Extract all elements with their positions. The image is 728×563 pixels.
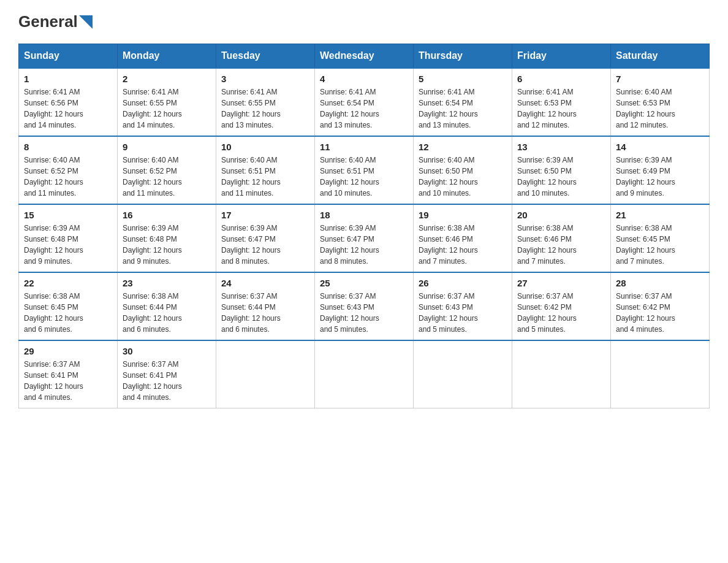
calendar-cell: 13 Sunrise: 6:39 AM Sunset: 6:50 PM Dayl… bbox=[512, 136, 611, 204]
day-info: Sunrise: 6:40 AM Sunset: 6:51 PM Dayligh… bbox=[320, 155, 408, 199]
logo: General bbox=[18, 12, 93, 31]
calendar-cell: 18 Sunrise: 6:39 AM Sunset: 6:47 PM Dayl… bbox=[315, 204, 414, 272]
day-number: 21 bbox=[616, 210, 704, 220]
day-number: 25 bbox=[320, 278, 408, 288]
column-header-sunday: Sunday bbox=[19, 44, 118, 69]
calendar-cell: 15 Sunrise: 6:39 AM Sunset: 6:48 PM Dayl… bbox=[19, 204, 118, 272]
calendar-week-row: 8 Sunrise: 6:40 AM Sunset: 6:52 PM Dayli… bbox=[19, 136, 710, 204]
page-header: General bbox=[18, 12, 710, 31]
day-number: 3 bbox=[221, 74, 309, 84]
day-info: Sunrise: 6:41 AM Sunset: 6:54 PM Dayligh… bbox=[419, 86, 507, 131]
day-number: 28 bbox=[616, 278, 704, 288]
calendar-week-row: 29 Sunrise: 6:37 AM Sunset: 6:41 PM Dayl… bbox=[19, 340, 710, 408]
day-number: 19 bbox=[419, 210, 507, 220]
day-number: 17 bbox=[221, 210, 309, 220]
calendar-table: SundayMondayTuesdayWednesdayThursdayFrid… bbox=[18, 44, 710, 408]
day-number: 26 bbox=[419, 278, 507, 288]
svg-marker-0 bbox=[79, 15, 93, 29]
day-number: 16 bbox=[123, 210, 211, 220]
column-header-friday: Friday bbox=[512, 44, 611, 69]
calendar-cell bbox=[414, 340, 512, 408]
calendar-cell: 7 Sunrise: 6:40 AM Sunset: 6:53 PM Dayli… bbox=[611, 68, 710, 136]
day-info: Sunrise: 6:40 AM Sunset: 6:51 PM Dayligh… bbox=[221, 155, 309, 199]
day-info: Sunrise: 6:37 AM Sunset: 6:42 PM Dayligh… bbox=[517, 291, 605, 335]
calendar-cell: 20 Sunrise: 6:38 AM Sunset: 6:46 PM Dayl… bbox=[512, 204, 611, 272]
day-info: Sunrise: 6:37 AM Sunset: 6:44 PM Dayligh… bbox=[221, 291, 309, 335]
day-info: Sunrise: 6:40 AM Sunset: 6:52 PM Dayligh… bbox=[24, 155, 112, 199]
day-info: Sunrise: 6:41 AM Sunset: 6:54 PM Dayligh… bbox=[320, 86, 408, 131]
day-number: 27 bbox=[517, 278, 605, 288]
day-info: Sunrise: 6:39 AM Sunset: 6:47 PM Dayligh… bbox=[221, 223, 309, 267]
day-number: 13 bbox=[517, 142, 605, 152]
calendar-cell: 22 Sunrise: 6:38 AM Sunset: 6:45 PM Dayl… bbox=[19, 272, 118, 340]
day-number: 7 bbox=[616, 74, 704, 84]
calendar-cell: 10 Sunrise: 6:40 AM Sunset: 6:51 PM Dayl… bbox=[216, 136, 315, 204]
calendar-cell bbox=[611, 340, 710, 408]
day-number: 11 bbox=[320, 142, 408, 152]
day-info: Sunrise: 6:41 AM Sunset: 6:53 PM Dayligh… bbox=[517, 86, 605, 131]
day-number: 1 bbox=[24, 74, 112, 84]
day-number: 20 bbox=[517, 210, 605, 220]
day-number: 6 bbox=[517, 74, 605, 84]
calendar-cell bbox=[315, 340, 414, 408]
calendar-cell: 17 Sunrise: 6:39 AM Sunset: 6:47 PM Dayl… bbox=[216, 204, 315, 272]
day-info: Sunrise: 6:40 AM Sunset: 6:52 PM Dayligh… bbox=[123, 155, 211, 199]
calendar-cell: 19 Sunrise: 6:38 AM Sunset: 6:46 PM Dayl… bbox=[414, 204, 512, 272]
day-info: Sunrise: 6:37 AM Sunset: 6:41 PM Dayligh… bbox=[123, 359, 211, 403]
day-number: 9 bbox=[123, 142, 211, 152]
logo-general-text: General bbox=[18, 12, 78, 31]
column-header-wednesday: Wednesday bbox=[315, 44, 414, 69]
calendar-cell: 5 Sunrise: 6:41 AM Sunset: 6:54 PM Dayli… bbox=[414, 68, 512, 136]
column-header-tuesday: Tuesday bbox=[216, 44, 315, 69]
day-info: Sunrise: 6:41 AM Sunset: 6:56 PM Dayligh… bbox=[24, 86, 112, 131]
column-header-thursday: Thursday bbox=[414, 44, 512, 69]
calendar-cell: 29 Sunrise: 6:37 AM Sunset: 6:41 PM Dayl… bbox=[19, 340, 118, 408]
day-number: 22 bbox=[24, 278, 112, 288]
calendar-cell: 3 Sunrise: 6:41 AM Sunset: 6:55 PM Dayli… bbox=[216, 68, 315, 136]
calendar-cell: 9 Sunrise: 6:40 AM Sunset: 6:52 PM Dayli… bbox=[118, 136, 216, 204]
column-header-saturday: Saturday bbox=[611, 44, 710, 69]
day-number: 18 bbox=[320, 210, 408, 220]
day-info: Sunrise: 6:39 AM Sunset: 6:48 PM Dayligh… bbox=[24, 223, 112, 267]
calendar-cell: 24 Sunrise: 6:37 AM Sunset: 6:44 PM Dayl… bbox=[216, 272, 315, 340]
day-info: Sunrise: 6:41 AM Sunset: 6:55 PM Dayligh… bbox=[123, 86, 211, 131]
day-info: Sunrise: 6:38 AM Sunset: 6:46 PM Dayligh… bbox=[517, 223, 605, 267]
calendar-cell: 30 Sunrise: 6:37 AM Sunset: 6:41 PM Dayl… bbox=[118, 340, 216, 408]
day-info: Sunrise: 6:39 AM Sunset: 6:47 PM Dayligh… bbox=[320, 223, 408, 267]
day-number: 14 bbox=[616, 142, 704, 152]
column-header-monday: Monday bbox=[118, 44, 216, 69]
calendar-cell: 1 Sunrise: 6:41 AM Sunset: 6:56 PM Dayli… bbox=[19, 68, 118, 136]
day-info: Sunrise: 6:38 AM Sunset: 6:45 PM Dayligh… bbox=[616, 223, 704, 267]
calendar-week-row: 1 Sunrise: 6:41 AM Sunset: 6:56 PM Dayli… bbox=[19, 68, 710, 136]
calendar-cell: 26 Sunrise: 6:37 AM Sunset: 6:43 PM Dayl… bbox=[414, 272, 512, 340]
calendar-cell: 21 Sunrise: 6:38 AM Sunset: 6:45 PM Dayl… bbox=[611, 204, 710, 272]
day-info: Sunrise: 6:38 AM Sunset: 6:46 PM Dayligh… bbox=[419, 223, 507, 267]
day-info: Sunrise: 6:39 AM Sunset: 6:49 PM Dayligh… bbox=[616, 155, 704, 199]
calendar-cell: 14 Sunrise: 6:39 AM Sunset: 6:49 PM Dayl… bbox=[611, 136, 710, 204]
calendar-cell: 28 Sunrise: 6:37 AM Sunset: 6:42 PM Dayl… bbox=[611, 272, 710, 340]
logo-triangle-icon bbox=[79, 15, 93, 29]
calendar-cell: 23 Sunrise: 6:38 AM Sunset: 6:44 PM Dayl… bbox=[118, 272, 216, 340]
day-info: Sunrise: 6:39 AM Sunset: 6:50 PM Dayligh… bbox=[517, 155, 605, 199]
day-info: Sunrise: 6:41 AM Sunset: 6:55 PM Dayligh… bbox=[221, 86, 309, 131]
day-info: Sunrise: 6:38 AM Sunset: 6:45 PM Dayligh… bbox=[24, 291, 112, 335]
day-info: Sunrise: 6:37 AM Sunset: 6:43 PM Dayligh… bbox=[419, 291, 507, 335]
calendar-cell: 16 Sunrise: 6:39 AM Sunset: 6:48 PM Dayl… bbox=[118, 204, 216, 272]
day-number: 30 bbox=[123, 346, 211, 356]
day-number: 10 bbox=[221, 142, 309, 152]
day-number: 4 bbox=[320, 74, 408, 84]
day-info: Sunrise: 6:39 AM Sunset: 6:48 PM Dayligh… bbox=[123, 223, 211, 267]
day-number: 5 bbox=[419, 74, 507, 84]
calendar-cell: 2 Sunrise: 6:41 AM Sunset: 6:55 PM Dayli… bbox=[118, 68, 216, 136]
day-info: Sunrise: 6:38 AM Sunset: 6:44 PM Dayligh… bbox=[123, 291, 211, 335]
day-number: 23 bbox=[123, 278, 211, 288]
day-info: Sunrise: 6:40 AM Sunset: 6:53 PM Dayligh… bbox=[616, 86, 704, 131]
calendar-cell: 11 Sunrise: 6:40 AM Sunset: 6:51 PM Dayl… bbox=[315, 136, 414, 204]
day-info: Sunrise: 6:37 AM Sunset: 6:41 PM Dayligh… bbox=[24, 359, 112, 403]
calendar-cell: 27 Sunrise: 6:37 AM Sunset: 6:42 PM Dayl… bbox=[512, 272, 611, 340]
calendar-week-row: 22 Sunrise: 6:38 AM Sunset: 6:45 PM Dayl… bbox=[19, 272, 710, 340]
calendar-cell: 12 Sunrise: 6:40 AM Sunset: 6:50 PM Dayl… bbox=[414, 136, 512, 204]
day-number: 15 bbox=[24, 210, 112, 220]
calendar-cell: 25 Sunrise: 6:37 AM Sunset: 6:43 PM Dayl… bbox=[315, 272, 414, 340]
day-number: 24 bbox=[221, 278, 309, 288]
